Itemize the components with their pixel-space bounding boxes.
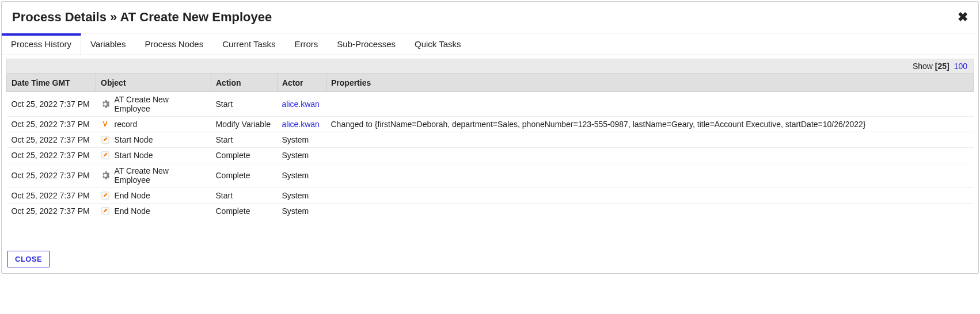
table-row: Oct 25, 2022 7:37 PMVrecordModify Variab…: [7, 117, 974, 132]
table-row: Oct 25, 2022 7:37 PMStart NodeStartSyste…: [7, 132, 974, 148]
cell-actor: System: [278, 132, 326, 148]
pager-option-100[interactable]: 100: [954, 62, 967, 71]
edit-icon: [101, 151, 110, 160]
page-title: Process Details » AT Create New Employee: [12, 10, 272, 25]
tab-process-history[interactable]: Process History: [2, 33, 81, 55]
pager-show-label: Show: [913, 62, 935, 71]
cell-object: Start Node: [96, 132, 211, 148]
cell-properties: [326, 132, 974, 148]
cell-properties: [326, 204, 974, 219]
tab-sub-processes[interactable]: Sub-Processes: [328, 33, 405, 55]
cell-action: Start: [211, 132, 278, 148]
cell-properties: [326, 92, 974, 117]
table-row: Oct 25, 2022 7:37 PMAT Create New Employ…: [7, 163, 974, 188]
table-row: Oct 25, 2022 7:37 PMAT Create New Employ…: [7, 92, 974, 117]
cell-action: Complete: [211, 163, 278, 188]
cell-action: Start: [211, 188, 278, 204]
cell-actor: System: [278, 148, 326, 163]
edit-icon: [101, 135, 110, 144]
actor-link[interactable]: alice.kwan: [282, 120, 320, 129]
tab-content: Show [25] 100 Date Time GMT Object Actio…: [2, 55, 978, 245]
cell-datetime: Oct 25, 2022 7:37 PM: [7, 117, 96, 132]
table-header-row: Date Time GMT Object Action Actor Proper…: [7, 74, 974, 92]
cell-properties: [326, 163, 974, 188]
close-button[interactable]: CLOSE: [7, 251, 50, 267]
col-actor: Actor: [278, 74, 326, 92]
object-label: Start Node: [115, 135, 153, 144]
pager-current: [25]: [935, 62, 949, 71]
dialog-footer: CLOSE: [2, 245, 978, 273]
col-object: Object: [96, 74, 211, 92]
close-icon[interactable]: ✖: [958, 10, 968, 25]
tab-variables[interactable]: Variables: [81, 33, 135, 55]
cell-action: Modify Variable: [211, 117, 278, 132]
cell-actor: System: [278, 163, 326, 188]
cell-object: End Node: [96, 188, 211, 204]
tab-current-tasks[interactable]: Current Tasks: [213, 33, 285, 55]
cell-action: Complete: [211, 148, 278, 163]
cell-object: End Node: [96, 204, 211, 219]
gear-icon: [101, 171, 110, 180]
history-table: Date Time GMT Object Action Actor Proper…: [6, 74, 974, 219]
object-label: End Node: [115, 206, 150, 216]
cell-properties: [326, 188, 974, 204]
tabs-bar: Process HistoryVariablesProcess NodesCur…: [2, 33, 978, 55]
cell-object: AT Create New Employee: [96, 163, 211, 188]
cell-properties: [326, 148, 974, 163]
tab-quick-tasks[interactable]: Quick Tasks: [405, 33, 471, 55]
table-row: Oct 25, 2022 7:37 PMEnd NodeCompleteSyst…: [7, 204, 974, 219]
cell-datetime: Oct 25, 2022 7:37 PM: [7, 204, 96, 219]
edit-icon: [101, 206, 110, 216]
title-prefix: Process Details »: [12, 10, 120, 24]
col-action: Action: [211, 74, 278, 92]
dialog-header: Process Details » AT Create New Employee…: [2, 2, 978, 33]
cell-datetime: Oct 25, 2022 7:37 PM: [7, 92, 96, 117]
cell-datetime: Oct 25, 2022 7:37 PM: [7, 132, 96, 148]
table-row: Oct 25, 2022 7:37 PMStart NodeCompleteSy…: [7, 148, 974, 163]
object-label: End Node: [115, 191, 150, 200]
cell-action: Complete: [211, 204, 278, 219]
object-label: AT Create New Employee: [115, 166, 207, 185]
actor-link[interactable]: alice.kwan: [282, 99, 320, 109]
tab-errors[interactable]: Errors: [285, 33, 328, 55]
gear-icon: [101, 99, 110, 109]
edit-icon: [101, 191, 110, 200]
cell-actor: alice.kwan: [278, 92, 326, 117]
cell-properties: Changed to {firstName=Deborah, departmen…: [326, 117, 974, 132]
v-icon: V: [101, 120, 110, 129]
pager-bar: Show [25] 100: [6, 59, 974, 74]
object-label: record: [115, 120, 138, 129]
cell-datetime: Oct 25, 2022 7:37 PM: [7, 163, 96, 188]
cell-actor: System: [278, 204, 326, 219]
col-properties: Properties: [326, 74, 974, 92]
process-details-dialog: Process Details » AT Create New Employee…: [1, 1, 979, 274]
tab-process-nodes[interactable]: Process Nodes: [135, 33, 213, 55]
cell-actor: alice.kwan: [278, 117, 326, 132]
cell-object: AT Create New Employee: [96, 92, 211, 117]
col-datetime: Date Time GMT: [7, 74, 96, 92]
cell-object: Vrecord: [96, 117, 211, 132]
cell-action: Start: [211, 92, 278, 117]
cell-object: Start Node: [96, 148, 211, 163]
cell-datetime: Oct 25, 2022 7:37 PM: [7, 188, 96, 204]
cell-actor: System: [278, 188, 326, 204]
object-label: AT Create New Employee: [115, 95, 207, 113]
table-row: Oct 25, 2022 7:37 PMEnd NodeStartSystem: [7, 188, 974, 204]
title-name: AT Create New Employee: [120, 10, 272, 24]
cell-datetime: Oct 25, 2022 7:37 PM: [7, 148, 96, 163]
object-label: Start Node: [115, 151, 153, 160]
